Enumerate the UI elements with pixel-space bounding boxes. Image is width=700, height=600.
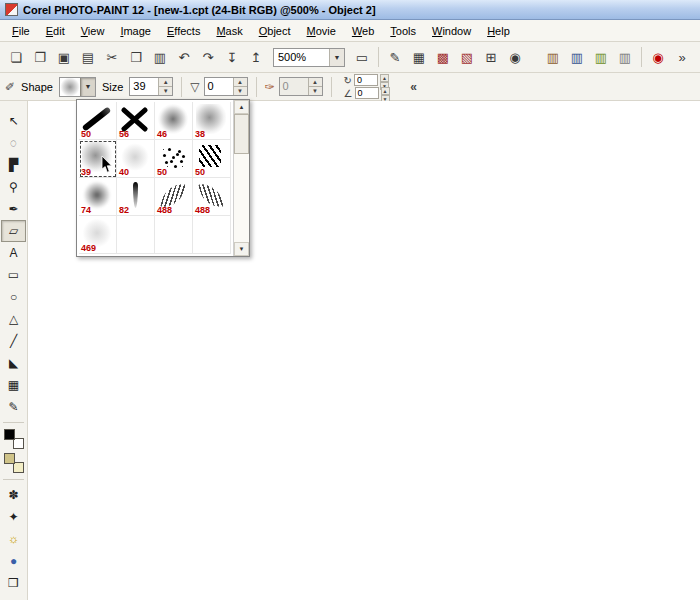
menu-effects[interactable]: Effects — [159, 22, 208, 40]
transparency-input[interactable]: 0 ▲ ▼ — [204, 77, 248, 96]
object-pick-tool[interactable]: ↖ — [1, 110, 26, 132]
chevron-down-icon[interactable]: ▼ — [80, 78, 95, 96]
zoom-tool[interactable]: ⚲ — [1, 176, 26, 198]
image-sprayer-tool[interactable]: ✽ — [1, 484, 26, 506]
paint-tool[interactable]: ✎ — [1, 396, 26, 418]
brush-shape-number: 488 — [195, 205, 210, 215]
transparency-spinner[interactable]: ▲ ▼ — [233, 78, 247, 95]
crop-tool[interactable]: ▛ — [1, 154, 26, 176]
toolbar-docker-group: ▥▥▥▥◉» — [541, 45, 696, 69]
spinner-up-icon[interactable]: ▲ — [381, 87, 390, 95]
toolbar-button-zoom-actual[interactable]: ◉ — [503, 45, 527, 69]
polygon-tool[interactable]: △ — [1, 308, 26, 330]
brush-shape-40[interactable]: 40 — [117, 140, 155, 178]
menu-object[interactable]: Object — [251, 22, 299, 40]
brush-shape-39[interactable]: 39 — [79, 140, 117, 178]
menu-movie[interactable]: Movie — [299, 22, 344, 40]
menu-tools[interactable]: Tools — [382, 22, 424, 40]
object-transparency-tool[interactable]: ● — [1, 550, 26, 572]
spinner-down-icon[interactable]: ▼ — [234, 86, 247, 95]
flatten-input[interactable]: 0 — [355, 87, 379, 99]
effect-tool[interactable]: ✦ — [1, 506, 26, 528]
toolbar-button-copy[interactable]: ❒ — [124, 45, 148, 69]
toolbar-button-sprayer-list[interactable]: ▥ — [589, 45, 613, 69]
scroll-track[interactable] — [234, 114, 249, 242]
fill-front-swatch[interactable] — [4, 453, 15, 464]
brush-shape-488[interactable]: 488 — [155, 178, 193, 216]
brush-shape-74[interactable]: 74 — [79, 178, 117, 216]
brush-shape-50[interactable]: 50 — [193, 140, 231, 178]
menu-help[interactable]: Help — [479, 22, 518, 40]
zoom-actual-icon: ◉ — [509, 51, 520, 64]
zoom-level-combo[interactable]: 500% ▼ — [273, 48, 345, 67]
shape-dropdown[interactable]: ▼ — [59, 77, 96, 97]
toolbar-button-new[interactable]: ❏ — [4, 45, 28, 69]
rectangle-tool[interactable]: ▭ — [1, 264, 26, 286]
text-tool[interactable]: A — [1, 242, 26, 264]
menu-web[interactable]: Web — [344, 22, 382, 40]
toolbar-button-save[interactable]: ▣ — [52, 45, 76, 69]
interactive-fill-tool[interactable]: ▦ — [1, 374, 26, 396]
save-icon: ▣ — [58, 51, 70, 64]
toolbar-button-more-tools[interactable]: » — [670, 45, 694, 69]
menu-edit[interactable]: Edit — [38, 22, 73, 40]
toolbar-button-clip-mask[interactable]: ▧ — [455, 45, 479, 69]
menu-mask[interactable]: Mask — [208, 22, 250, 40]
eraser-tool[interactable]: ▱ — [1, 220, 26, 242]
brush-shape-38[interactable]: 38 — [193, 102, 231, 140]
menu-file[interactable]: File — [4, 22, 38, 40]
toolbar-button-mask-overlay[interactable]: ▩ — [431, 45, 455, 69]
touch-up-tool[interactable]: ☼ — [1, 528, 26, 550]
title-bar[interactable]: Corel PHOTO-PAINT 12 - [new-1.cpt (24-Bi… — [0, 0, 700, 20]
line-tool[interactable]: ╱ — [1, 330, 26, 352]
toolbar-button-stroke-list[interactable]: ▥ — [541, 45, 565, 69]
toolbar-button-export[interactable]: ↥ — [244, 45, 268, 69]
fill-tool[interactable]: ◣ — [1, 352, 26, 374]
toolbar-button-paste[interactable]: ▥ — [148, 45, 172, 69]
rotate-spinner[interactable]: ▲ ▼ — [380, 74, 389, 86]
size-input[interactable]: 39 ▲ ▼ — [129, 77, 173, 96]
ellipse-tool[interactable]: ○ — [1, 286, 26, 308]
paint-color-swatch[interactable] — [4, 429, 15, 440]
mask-tool[interactable]: ◌ — [1, 132, 26, 154]
brush-shape-469[interactable]: 469 — [79, 216, 117, 254]
flatten-spinner[interactable]: ▲ ▼ — [381, 87, 390, 99]
rotate-input[interactable]: 0 — [354, 74, 378, 86]
toolbar-button-print[interactable]: ▤ — [76, 45, 100, 69]
eyedropper-tool[interactable]: ✒ — [1, 198, 26, 220]
spinner-up-icon[interactable]: ▲ — [380, 74, 389, 82]
toolbar-button-navigator[interactable]: ◉ — [646, 45, 670, 69]
toolbar-button-open[interactable]: ❐ — [28, 45, 52, 69]
toolbar-button-paint-on-mask[interactable]: ✎ — [383, 45, 407, 69]
spinner-up-icon[interactable]: ▲ — [159, 78, 172, 86]
toolbar-button-redo[interactable]: ↷ — [196, 45, 220, 69]
scroll-down-button[interactable]: ▼ — [234, 242, 249, 256]
brush-shape-50[interactable]: 50 — [79, 102, 117, 140]
size-spinner[interactable]: ▲ ▼ — [158, 78, 172, 95]
brush-shape-50[interactable]: 50 — [155, 140, 193, 178]
toolbar-button-undo[interactable]: ↶ — [172, 45, 196, 69]
menu-view[interactable]: View — [73, 22, 113, 40]
flyout-scrollbar[interactable]: ▲ ▼ — [233, 100, 249, 256]
brush-shape-82[interactable]: 82 — [117, 178, 155, 216]
brush-shape-number: 488 — [157, 205, 172, 215]
toolbar-button-grid[interactable]: ⊞ — [479, 45, 503, 69]
spinner-down-icon[interactable]: ▼ — [159, 86, 172, 95]
chevron-down-icon[interactable]: ▼ — [329, 49, 344, 66]
toolbar-button-nib-list[interactable]: ▥ — [565, 45, 589, 69]
spinner-up-icon[interactable]: ▲ — [234, 78, 247, 86]
menu-image[interactable]: Image — [112, 22, 159, 40]
brush-shape-488[interactable]: 488 — [193, 178, 231, 216]
collapse-property-bar-button[interactable]: « — [404, 76, 424, 97]
toolbar-button-full-screen-preview[interactable]: ▭ — [350, 45, 374, 69]
toolbar-button-symmetry-list[interactable]: ▥ — [613, 45, 637, 69]
clone-tool[interactable]: ❒ — [1, 572, 26, 594]
toolbar-button-import[interactable]: ↧ — [220, 45, 244, 69]
toolbar-button-cut[interactable]: ✂ — [100, 45, 124, 69]
brush-shape-56[interactable]: 56 — [117, 102, 155, 140]
brush-shape-46[interactable]: 46 — [155, 102, 193, 140]
menu-window[interactable]: Window — [424, 22, 479, 40]
toolbar-button-mask-marquee[interactable]: ▦ — [407, 45, 431, 69]
scroll-up-button[interactable]: ▲ — [234, 100, 249, 114]
scroll-thumb[interactable] — [234, 114, 249, 154]
